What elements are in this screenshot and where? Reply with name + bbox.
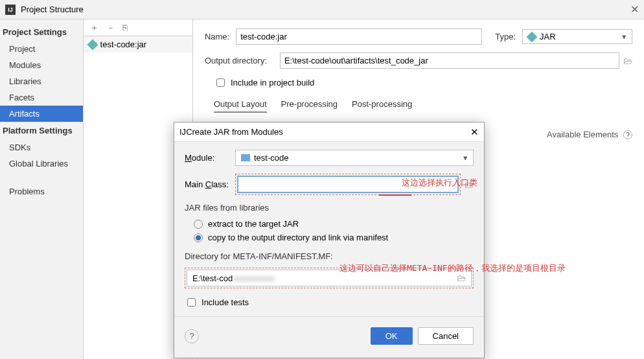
tab-pre-processing[interactable]: Pre-processing: [281, 97, 338, 113]
module-dropdown[interactable]: test-code ▾: [235, 150, 474, 166]
module-label: Module:: [185, 153, 235, 163]
sidebar-heading-project-settings: Project Settings: [0, 23, 83, 41]
intellij-icon: IJ: [179, 127, 186, 137]
jar-libs-section: JAR files from libraries: [185, 203, 474, 213]
radio-copy-label: copy to the output directory and link vi…: [208, 233, 388, 242]
module-folder-icon: [241, 154, 250, 161]
sidebar-item-facets[interactable]: Facets: [0, 89, 83, 106]
copy-icon[interactable]: ⎘: [122, 23, 128, 32]
radio-copy[interactable]: [194, 233, 203, 242]
add-icon[interactable]: ＋: [90, 22, 98, 34]
name-input[interactable]: [236, 29, 482, 45]
remove-icon[interactable]: －: [106, 22, 115, 34]
include-build-label: Include in project build: [231, 78, 314, 87]
type-dropdown[interactable]: JAR ▾: [522, 29, 632, 44]
outdir-label: Output directory:: [205, 56, 273, 65]
help-icon[interactable]: ?: [623, 130, 632, 139]
artifacts-toolbar: ＋ － ⎘: [84, 19, 192, 36]
dialog-close-icon[interactable]: ✕: [470, 126, 479, 138]
manifest-dir-label: Directory for META-INF/MANIFEST.MF:: [185, 251, 474, 261]
name-label: Name:: [205, 32, 229, 41]
browse-folder-icon[interactable]: 🗁: [623, 56, 632, 66]
blurred-path: xxxxxxxxxx: [233, 273, 275, 283]
chevron-down-icon: ▾: [622, 32, 627, 41]
browse-dir-icon[interactable]: 🗁: [457, 273, 466, 283]
tab-output-layout[interactable]: Output Layout: [214, 97, 267, 113]
radio-copy-row[interactable]: copy to the output directory and link vi…: [194, 233, 474, 242]
ok-button[interactable]: OK: [371, 327, 413, 345]
tab-post-processing[interactable]: Post-processing: [352, 97, 412, 113]
available-elements: Available Elements ?: [547, 130, 632, 139]
window-titlebar: IJ Project Structure ✕: [0, 0, 644, 19]
sidebar-item-sdks[interactable]: SDKs: [0, 139, 83, 156]
include-build-checkbox[interactable]: [216, 78, 225, 87]
artifact-entry[interactable]: test-code:jar: [84, 36, 192, 52]
main-class-label: Main Class:: [185, 180, 235, 189]
type-label: Type:: [495, 32, 516, 41]
sidebar-item-global-libraries[interactable]: Global Libraries: [0, 156, 83, 172]
dialog-titlebar: IJ Create JAR from Modules ✕: [174, 122, 484, 142]
annotation-main-class: 这边选择执行入口类: [402, 177, 477, 189]
sidebar-item-modules[interactable]: Modules: [0, 57, 83, 73]
type-value: JAR: [540, 32, 556, 41]
window-title: Project Structure: [21, 5, 84, 14]
artifact-tabs: Output Layout Pre-processing Post-proces…: [214, 97, 632, 115]
dialog-help-button[interactable]: ?: [185, 329, 199, 343]
module-value: test-code: [254, 153, 288, 163]
include-tests-label: Include tests: [201, 297, 249, 307]
create-jar-dialog: IJ Create JAR from Modules ✕ Module: tes…: [174, 122, 485, 358]
sidebar-item-project[interactable]: Project: [0, 41, 83, 57]
artifact-entry-label: test-code:jar: [100, 40, 147, 49]
manifest-dir-value: E:\test-cod: [192, 273, 233, 283]
annotation-manifest-dir: 这边可以自己选择META-INF的路径，我选择的是项目根目录: [339, 262, 566, 274]
chevron-down-icon: ▾: [463, 153, 468, 163]
jar-type-icon: [527, 31, 538, 42]
dialog-title: Create JAR from Modules: [186, 127, 283, 137]
sidebar-item-libraries[interactable]: Libraries: [0, 73, 83, 89]
jar-icon: [87, 39, 98, 50]
window-close-icon[interactable]: ✕: [630, 3, 639, 16]
cancel-button[interactable]: Cancel: [418, 327, 474, 345]
sidebar-item-problems[interactable]: Problems: [0, 183, 83, 200]
radio-extract-row[interactable]: extract to the target JAR: [194, 219, 474, 229]
intellij-icon: IJ: [5, 5, 16, 15]
radio-extract[interactable]: [194, 220, 203, 229]
sidebar-heading-platform-settings: Platform Settings: [0, 122, 83, 139]
sidebar-item-artifacts[interactable]: Artifacts: [0, 106, 83, 122]
annotation-underline: [379, 194, 411, 196]
sidebar: Project Settings Project Modules Librari…: [0, 19, 83, 359]
outdir-input[interactable]: [280, 52, 619, 69]
include-tests-checkbox[interactable]: [187, 298, 196, 307]
radio-extract-label: extract to the target JAR: [208, 219, 299, 229]
